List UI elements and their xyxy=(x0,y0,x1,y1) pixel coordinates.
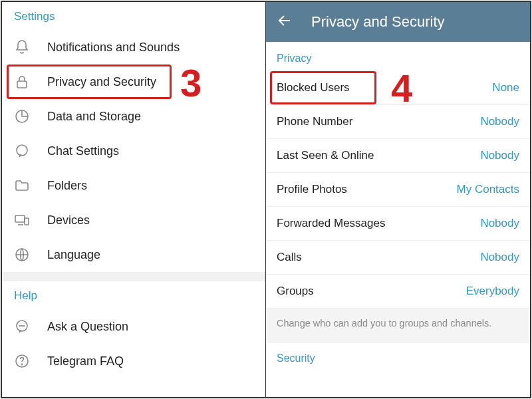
pref-label: Blocked Users xyxy=(277,81,350,94)
question-icon xyxy=(14,319,30,334)
pref-value: Nobody xyxy=(480,251,519,264)
pref-forwarded-messages[interactable]: Forwarded Messages Nobody xyxy=(266,207,530,241)
chat-icon xyxy=(14,143,30,159)
privacy-security-panel: Privacy and Security Privacy Blocked Use… xyxy=(266,2,530,397)
svg-point-7 xyxy=(20,326,21,327)
settings-item-label: Chat Settings xyxy=(47,144,119,158)
folder-icon xyxy=(14,178,30,194)
help-item-ask-question[interactable]: Ask a Question xyxy=(2,309,265,344)
help-item-label: Ask a Question xyxy=(47,320,128,334)
pref-label: Profile Photos xyxy=(277,183,347,196)
pref-label: Last Seen & Online xyxy=(277,149,374,162)
pref-value: Everybody xyxy=(466,285,519,298)
pref-value: None xyxy=(492,81,519,94)
settings-item-data-storage[interactable]: Data and Storage xyxy=(2,99,265,134)
pref-label: Calls xyxy=(277,251,302,264)
pref-label: Forwarded Messages xyxy=(277,217,385,230)
svg-rect-0 xyxy=(17,81,27,88)
settings-item-language[interactable]: Language xyxy=(2,237,265,272)
section-title-help: Help xyxy=(2,281,265,309)
settings-item-label: Notifications and Sounds xyxy=(47,41,180,55)
globe-icon xyxy=(14,247,30,263)
appbar-title: Privacy and Security xyxy=(311,13,445,31)
settings-item-label: Devices xyxy=(47,213,90,227)
settings-item-notifications[interactable]: Notifications and Sounds xyxy=(2,30,265,65)
chart-icon xyxy=(14,108,30,124)
lock-icon xyxy=(14,74,30,90)
settings-item-chat-settings[interactable]: Chat Settings xyxy=(2,134,265,168)
svg-rect-3 xyxy=(15,215,25,222)
section-title-privacy: Privacy xyxy=(266,42,530,71)
pref-last-seen[interactable]: Last Seen & Online Nobody xyxy=(266,139,530,173)
svg-point-2 xyxy=(17,145,27,156)
help-item-label: Telegram FAQ xyxy=(47,354,124,368)
pref-phone-number[interactable]: Phone Number Nobody xyxy=(266,105,530,139)
section-title-security: Security xyxy=(266,343,530,371)
pref-value: Nobody xyxy=(480,115,519,128)
settings-item-label: Privacy and Security xyxy=(47,75,156,89)
settings-item-privacy-security[interactable]: Privacy and Security xyxy=(2,65,265,99)
section-divider xyxy=(2,272,265,281)
pref-label: Phone Number xyxy=(277,115,352,128)
section-help-text: Change who can add you to groups and cha… xyxy=(266,309,530,343)
settings-item-label: Data and Storage xyxy=(47,110,141,124)
pref-value: Nobody xyxy=(480,217,519,230)
settings-panel: Settings Notifications and Sounds Privac… xyxy=(2,2,266,397)
appbar: Privacy and Security xyxy=(266,2,530,42)
settings-item-label: Language xyxy=(47,248,100,262)
section-title-settings: Settings xyxy=(2,2,265,30)
pref-profile-photos[interactable]: Profile Photos My Contacts xyxy=(266,173,530,207)
devices-icon xyxy=(14,212,30,228)
svg-point-8 xyxy=(22,326,23,327)
pref-label: Groups xyxy=(277,285,314,298)
help-item-faq[interactable]: Telegram FAQ xyxy=(2,344,265,378)
pref-blocked-users[interactable]: Blocked Users None xyxy=(266,71,530,105)
faq-icon xyxy=(14,353,30,369)
svg-rect-4 xyxy=(25,218,29,225)
settings-item-devices[interactable]: Devices xyxy=(2,203,265,237)
svg-point-11 xyxy=(21,364,22,364)
pref-calls[interactable]: Calls Nobody xyxy=(266,241,530,275)
svg-point-9 xyxy=(24,326,25,327)
settings-item-folders[interactable]: Folders xyxy=(2,168,265,203)
pref-groups[interactable]: Groups Everybody xyxy=(266,275,530,309)
bell-icon xyxy=(14,39,30,55)
pref-value: My Contacts xyxy=(457,183,519,196)
settings-item-label: Folders xyxy=(47,179,87,193)
pref-value: Nobody xyxy=(480,149,519,162)
back-icon[interactable] xyxy=(277,13,293,31)
